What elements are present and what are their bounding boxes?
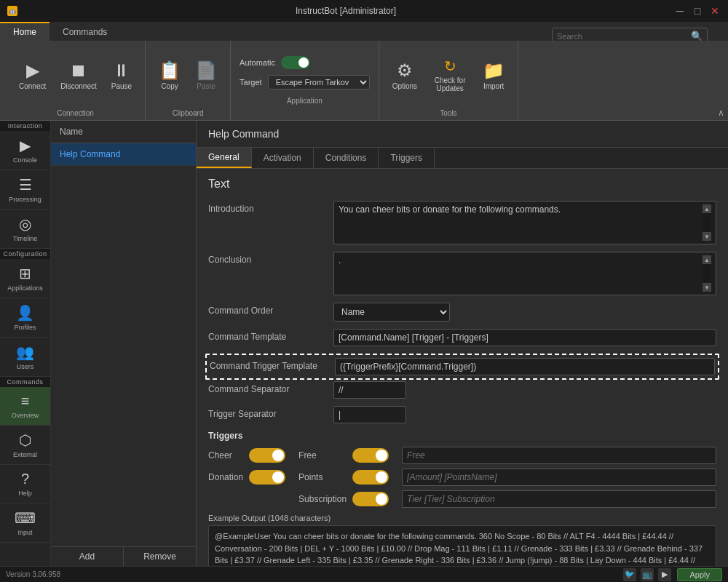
triggers-grid: Cheer Free Donation Points Subscription bbox=[208, 447, 716, 508]
connect-button[interactable]: ▶ Connect bbox=[13, 59, 52, 93]
section-title: Text bbox=[208, 178, 716, 191]
options-button[interactable]: ⚙ Options bbox=[387, 59, 423, 93]
ribbon-toolbar: ▶ Connect ⏹ Disconnect ⏸ Pause Connectio… bbox=[0, 41, 728, 121]
ribbon-collapse-button[interactable]: ∧ bbox=[713, 105, 728, 120]
check-updates-icon: ↻ bbox=[444, 59, 456, 73]
subscription-label: Subscription bbox=[298, 494, 347, 504]
copy-button[interactable]: 📋 Copy bbox=[153, 59, 186, 93]
sidebar-item-external[interactable]: ⬡ External bbox=[0, 426, 50, 465]
window-title: InstructBot [Administrator] bbox=[17, 6, 674, 16]
status-icon-1[interactable]: 🐦 bbox=[623, 568, 636, 581]
tab-activation[interactable]: Activation bbox=[252, 148, 314, 168]
timeline-icon: ◎ bbox=[19, 215, 31, 233]
donation-toggle[interactable] bbox=[249, 470, 285, 485]
disconnect-icon: ⏹ bbox=[70, 62, 87, 79]
tab-general[interactable]: General bbox=[197, 148, 252, 168]
conclusion-textarea[interactable] bbox=[339, 255, 703, 293]
remove-command-button[interactable]: Remove bbox=[124, 547, 196, 566]
command-order-select[interactable]: Name bbox=[333, 303, 450, 322]
overview-icon: ≡ bbox=[21, 393, 30, 410]
help-icon: ? bbox=[21, 471, 29, 487]
add-command-button[interactable]: Add bbox=[51, 547, 124, 566]
command-template-row: Command Template bbox=[208, 329, 716, 346]
connect-icon: ▶ bbox=[26, 62, 39, 79]
external-icon: ⬡ bbox=[19, 431, 31, 449]
tab-conditions[interactable]: Conditions bbox=[314, 148, 379, 168]
sidebar-item-help[interactable]: ? Help bbox=[0, 465, 50, 503]
command-template-input[interactable] bbox=[333, 329, 716, 346]
command-separator-row: Command Separator bbox=[208, 381, 716, 399]
input-icon: ⌨ bbox=[15, 509, 36, 527]
points-toggle[interactable] bbox=[352, 470, 389, 485]
target-select[interactable]: Escape From Tarkov bbox=[268, 75, 370, 89]
console-icon: ▶ bbox=[20, 137, 31, 154]
trigger-separator-input[interactable] bbox=[333, 406, 406, 423]
example-output-text: @ExampleUser You can cheer bits or donat… bbox=[208, 525, 716, 566]
command-separator-label: Command Separator bbox=[208, 381, 325, 394]
window-controls: ─ □ ✕ bbox=[674, 5, 721, 17]
sidebar-item-timeline[interactable]: ◎ Timeline bbox=[0, 210, 50, 249]
status-icon-3[interactable]: ▶ bbox=[658, 568, 671, 581]
sidebar-item-applications[interactable]: ⊞ Applications bbox=[0, 259, 50, 298]
tab-home[interactable]: Home bbox=[0, 22, 50, 41]
introduction-field-wrapper: ▲ ▼ bbox=[333, 201, 716, 244]
users-icon: 👥 bbox=[16, 343, 34, 361]
introduction-textarea[interactable] bbox=[339, 204, 703, 242]
command-list-empty-space bbox=[51, 166, 196, 546]
import-icon: 📁 bbox=[483, 62, 505, 79]
status-icon-2[interactable]: 📺 bbox=[641, 568, 654, 581]
apply-button[interactable]: Apply bbox=[677, 568, 722, 581]
tab-commands[interactable]: Commands bbox=[50, 23, 120, 41]
conclusion-scroll-down[interactable]: ▼ bbox=[703, 283, 711, 292]
check-updates-button[interactable]: ↻ Check for Updates bbox=[426, 56, 474, 95]
trigger-separator-row: Trigger Separator bbox=[208, 406, 716, 423]
ribbon-tabs: Home Commands 🔍 bbox=[0, 22, 728, 41]
sidebar-item-processing[interactable]: ☰ Processing bbox=[0, 170, 50, 210]
example-output-label: Example Output (1048 characters) bbox=[208, 514, 716, 522]
maximize-button[interactable]: □ bbox=[692, 5, 703, 17]
command-trigger-template-input[interactable] bbox=[335, 358, 715, 375]
subscription-text-input[interactable] bbox=[402, 490, 716, 508]
conclusion-scroll-up[interactable]: ▲ bbox=[703, 255, 711, 264]
minimize-button[interactable]: ─ bbox=[674, 5, 686, 17]
free-toggle[interactable] bbox=[352, 448, 389, 463]
points-text-input[interactable] bbox=[402, 469, 716, 486]
processing-icon: ☰ bbox=[19, 176, 32, 194]
sidebar-item-input[interactable]: ⌨ Input bbox=[0, 503, 50, 543]
introduction-label: Introduction bbox=[208, 201, 325, 214]
command-order-row: Command Order Name bbox=[208, 303, 716, 322]
main-area: Interaction ▶ Console ☰ Processing ◎ Tim… bbox=[0, 121, 728, 566]
sidebar-item-profiles[interactable]: 👤 Profiles bbox=[0, 298, 50, 338]
command-order-label: Command Order bbox=[208, 303, 325, 316]
sidebar-item-overview[interactable]: ≡ Overview bbox=[0, 387, 50, 426]
options-icon: ⚙ bbox=[397, 62, 413, 79]
free-text-input[interactable] bbox=[402, 447, 716, 464]
tools-group: ⚙ Options ↻ Check for Updates 📁 Import T… bbox=[379, 41, 518, 120]
command-trigger-template-row: Command Trigger Template bbox=[210, 358, 715, 375]
command-separator-input[interactable] bbox=[333, 381, 406, 399]
paste-button[interactable]: 📄 Paste bbox=[189, 59, 223, 93]
disconnect-button[interactable]: ⏹ Disconnect bbox=[55, 59, 102, 93]
content-header: Help Command bbox=[197, 121, 728, 148]
introduction-scroll-down[interactable]: ▼ bbox=[703, 232, 711, 241]
version-label: Version 3.06.958 bbox=[6, 570, 60, 578]
statusbar: Version 3.06.958 🐦 📺 ▶ Apply bbox=[0, 566, 728, 582]
sidebar-item-users[interactable]: 👥 Users bbox=[0, 338, 50, 377]
command-trigger-template-highlighted: Command Trigger Template bbox=[205, 354, 719, 380]
introduction-scrollbar: ▲ ▼ bbox=[703, 204, 711, 241]
search-input[interactable] bbox=[557, 32, 688, 41]
conclusion-row: Conclusion ▲ ▼ bbox=[208, 252, 716, 295]
sidebar-item-console[interactable]: ▶ Console bbox=[0, 131, 50, 170]
titlebar: 🤖 InstructBot [Administrator] ─ □ ✕ bbox=[0, 0, 728, 22]
search-icon: 🔍 bbox=[691, 31, 703, 41]
close-button[interactable]: ✕ bbox=[709, 5, 721, 17]
automatic-toggle[interactable] bbox=[281, 56, 310, 69]
subscription-toggle[interactable] bbox=[352, 492, 389, 506]
command-list-item-help[interactable]: Help Command bbox=[51, 143, 196, 166]
tab-triggers[interactable]: Triggers bbox=[379, 148, 435, 168]
import-button[interactable]: 📁 Import bbox=[477, 59, 510, 93]
cheer-toggle[interactable] bbox=[249, 448, 285, 463]
trigger-separator-label: Trigger Separator bbox=[208, 406, 325, 419]
pause-button[interactable]: ⏸ Pause bbox=[106, 59, 138, 93]
introduction-scroll-up[interactable]: ▲ bbox=[703, 204, 711, 213]
